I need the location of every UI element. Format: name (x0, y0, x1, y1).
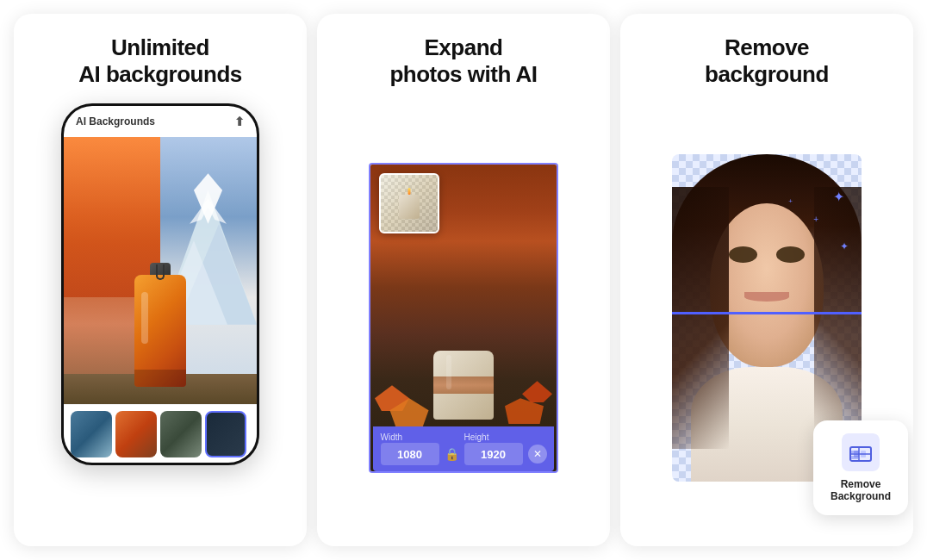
sparkle-1: ✦ (833, 189, 844, 205)
width-group: Width (381, 432, 439, 465)
left-eye (729, 246, 757, 263)
share-icon[interactable]: ⬆ (234, 115, 245, 128)
phone-header: AI Backgrounds ⬆ (64, 106, 257, 137)
app-container: Unlimited AI backgrounds AI Backgrounds … (0, 0, 927, 560)
candle-illustration (425, 325, 502, 420)
sparkle-3: ✦ (840, 240, 849, 252)
phone-image-area (64, 137, 257, 404)
remove-bg-icon-container (842, 433, 880, 471)
eraser-icon (849, 440, 873, 464)
phone-mockup: AI Backgrounds ⬆ (61, 103, 259, 465)
expand-selection-area: Width 🔒 Height ✕ (369, 163, 558, 473)
remove-background-card[interactable]: Remove Background (813, 420, 908, 515)
lock-icon[interactable]: 🔒 (445, 447, 459, 461)
sparkle-2: + (813, 215, 818, 224)
card3-title: Remove background (705, 34, 829, 88)
thumb-3[interactable] (160, 411, 202, 457)
thumb-1[interactable] (71, 411, 112, 457)
card-remove-background: Remove background (620, 14, 913, 546)
card-ai-backgrounds: Unlimited AI backgrounds AI Backgrounds … (14, 14, 307, 546)
hair-left (672, 187, 729, 449)
clear-button[interactable]: ✕ (528, 445, 547, 464)
preview-thumbnail (379, 173, 439, 233)
width-label: Width (381, 432, 403, 442)
selection-line (672, 312, 862, 314)
thumb-4[interactable] (205, 411, 246, 457)
height-label: Height (464, 432, 489, 442)
sparkle-4: + (788, 197, 793, 205)
remove-background-label: Remove Background (831, 478, 891, 503)
remove-bg-container: ✦ + ✦ + (634, 103, 899, 532)
sunset-sky (64, 137, 160, 297)
right-eye (776, 246, 805, 263)
height-group: Height (464, 432, 523, 465)
water-bottle (134, 275, 186, 387)
phone-title: AI Backgrounds (76, 115, 155, 128)
card1-title: Unlimited AI backgrounds (78, 34, 241, 88)
card-expand-photos: Expand photos with AI (317, 14, 610, 546)
width-input[interactable] (381, 443, 439, 465)
thumb-2[interactable] (115, 411, 157, 457)
card2-title: Expand photos with AI (389, 34, 537, 88)
phone-thumbnails (64, 404, 257, 463)
height-input[interactable] (464, 443, 523, 465)
dimensions-bar: Width 🔒 Height ✕ (373, 426, 554, 471)
expand-container: Width 🔒 Height ✕ (331, 103, 596, 532)
hair-right (814, 187, 862, 432)
